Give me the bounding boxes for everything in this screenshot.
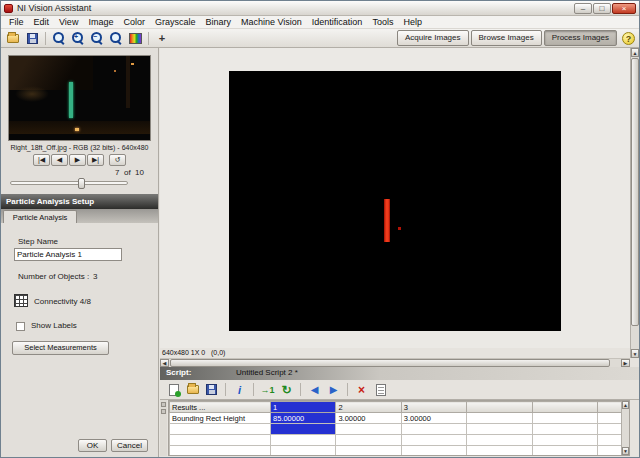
cancel-button[interactable]: Cancel bbox=[111, 439, 148, 452]
menu-binary[interactable]: Binary bbox=[200, 17, 236, 27]
plus-glyph: + bbox=[74, 33, 78, 40]
close-button[interactable]: × bbox=[612, 3, 636, 14]
image-thumbnail bbox=[8, 55, 151, 141]
results-cell[interactable] bbox=[532, 435, 597, 446]
save-script-button[interactable] bbox=[204, 382, 219, 397]
run-script-button[interactable]: ↻ bbox=[279, 382, 294, 397]
processed-image-canvas[interactable] bbox=[229, 71, 561, 331]
step-forward-button[interactable]: ▶ bbox=[326, 382, 341, 397]
step-name-input[interactable] bbox=[14, 248, 122, 261]
zoom-fit-button[interactable] bbox=[108, 31, 124, 46]
zoom-out-button[interactable]: − bbox=[89, 31, 105, 46]
results-col-header[interactable] bbox=[532, 402, 597, 413]
maximize-button[interactable]: □ bbox=[593, 3, 611, 14]
info-icon: i bbox=[238, 384, 241, 396]
histogram-button[interactable] bbox=[127, 31, 143, 46]
viewer-vertical-scrollbar[interactable]: ▲ ▼ bbox=[630, 48, 639, 358]
results-col-header[interactable]: Results ... bbox=[170, 402, 271, 413]
menu-help[interactable]: Help bbox=[398, 17, 427, 27]
vertical-scroll-thumb[interactable] bbox=[631, 58, 639, 326]
scroll-down-icon[interactable]: ▼ bbox=[622, 447, 629, 455]
results-cell[interactable] bbox=[467, 413, 532, 424]
scroll-up-icon[interactable]: ▲ bbox=[631, 48, 639, 57]
results-col-header-1[interactable]: 1 bbox=[271, 402, 336, 413]
toolbar-separator bbox=[300, 383, 301, 396]
save-image-button[interactable] bbox=[24, 31, 40, 46]
results-cell[interactable] bbox=[336, 424, 401, 435]
menu-edit[interactable]: Edit bbox=[29, 17, 55, 27]
process-images-button[interactable]: Process Images bbox=[544, 30, 617, 46]
acquire-images-button[interactable]: Acquire Images bbox=[397, 30, 469, 46]
results-cell[interactable]: 3.00000 bbox=[336, 413, 401, 424]
results-cell-selected[interactable] bbox=[271, 424, 336, 435]
results-cell[interactable] bbox=[170, 446, 271, 457]
results-cell[interactable] bbox=[271, 435, 336, 446]
loop-images-button[interactable]: ↺ bbox=[109, 154, 126, 166]
first-image-button[interactable]: |◀ bbox=[33, 154, 50, 166]
show-labels-checkbox[interactable] bbox=[16, 322, 25, 331]
menu-grayscale[interactable]: Grayscale bbox=[150, 17, 201, 27]
results-col-header[interactable] bbox=[467, 402, 532, 413]
results-cell[interactable] bbox=[170, 424, 271, 435]
zoom-in-button[interactable]: + bbox=[70, 31, 86, 46]
slider-thumb[interactable] bbox=[78, 178, 85, 189]
left-panel: Right_18ft_Off.jpg - RGB (32 bits) - 640… bbox=[1, 48, 159, 457]
step-info-button[interactable]: i bbox=[232, 382, 247, 397]
pan-tool-button[interactable]: + bbox=[154, 31, 170, 46]
minimize-button[interactable]: – bbox=[574, 3, 592, 14]
menu-identification[interactable]: Identification bbox=[307, 17, 368, 27]
results-cell[interactable] bbox=[532, 413, 597, 424]
next-image-button[interactable]: ▶ bbox=[69, 154, 86, 166]
results-col-header-3[interactable]: 3 bbox=[401, 402, 466, 413]
results-cell[interactable] bbox=[271, 446, 336, 457]
results-cell[interactable] bbox=[532, 424, 597, 435]
new-script-button[interactable] bbox=[166, 382, 181, 397]
setup-tab-strip: Particle Analysis bbox=[1, 209, 158, 223]
menu-machine-vision[interactable]: Machine Vision bbox=[236, 17, 307, 27]
edit-step-button[interactable] bbox=[373, 382, 388, 397]
results-cell[interactable]: 3.00000 bbox=[401, 413, 466, 424]
results-cell[interactable] bbox=[336, 435, 401, 446]
zoom-tool-button[interactable] bbox=[51, 31, 67, 46]
browse-images-button[interactable]: Browse Images bbox=[471, 30, 542, 46]
results-cell[interactable] bbox=[336, 446, 401, 457]
tab-particle-analysis[interactable]: Particle Analysis bbox=[3, 210, 77, 223]
results-cell[interactable] bbox=[401, 435, 466, 446]
open-image-button[interactable] bbox=[5, 31, 21, 46]
menu-image[interactable]: Image bbox=[83, 17, 118, 27]
gutter-handle[interactable] bbox=[161, 402, 166, 407]
run-once-button[interactable]: →1 bbox=[260, 382, 275, 397]
results-cell-selected[interactable]: 85.00000 bbox=[271, 413, 336, 424]
results-cell[interactable] bbox=[401, 446, 466, 457]
menu-color[interactable]: Color bbox=[118, 17, 150, 27]
menu-tools[interactable]: Tools bbox=[367, 17, 398, 27]
number-of-objects-value: 3 bbox=[93, 272, 97, 281]
results-cell[interactable] bbox=[532, 446, 597, 457]
step-back-button[interactable]: ◀ bbox=[307, 382, 322, 397]
viewer-horizontal-scrollbar[interactable]: ◀ ▶ bbox=[160, 358, 630, 367]
results-cell[interactable] bbox=[467, 446, 532, 457]
results-cell[interactable] bbox=[467, 435, 532, 446]
results-row-label[interactable]: Bounding Rect Height bbox=[170, 413, 271, 424]
last-image-button[interactable]: ▶| bbox=[87, 154, 104, 166]
gutter-handle[interactable] bbox=[161, 409, 166, 414]
results-cell[interactable] bbox=[401, 424, 466, 435]
results-vertical-scrollbar[interactable]: ▲ ▼ bbox=[621, 401, 629, 455]
scroll-right-icon[interactable]: ▶ bbox=[621, 359, 630, 367]
help-icon[interactable]: ? bbox=[622, 32, 635, 45]
results-cell[interactable] bbox=[170, 435, 271, 446]
scroll-left-icon[interactable]: ◀ bbox=[160, 359, 169, 367]
scroll-up-icon[interactable]: ▲ bbox=[622, 401, 629, 409]
open-script-button[interactable] bbox=[185, 382, 200, 397]
ok-button[interactable]: OK bbox=[78, 439, 107, 452]
results-cell[interactable] bbox=[467, 424, 532, 435]
menu-file[interactable]: File bbox=[4, 17, 29, 27]
horizontal-scroll-thumb[interactable] bbox=[170, 359, 610, 367]
menu-view[interactable]: View bbox=[54, 17, 83, 27]
scroll-down-icon[interactable]: ▼ bbox=[631, 349, 639, 358]
select-measurements-button[interactable]: Select Measurements bbox=[12, 341, 109, 355]
delete-step-button[interactable]: × bbox=[354, 382, 369, 397]
previous-image-button[interactable]: ◀ bbox=[51, 154, 68, 166]
image-slider[interactable] bbox=[10, 181, 128, 185]
results-col-header-2[interactable]: 2 bbox=[336, 402, 401, 413]
